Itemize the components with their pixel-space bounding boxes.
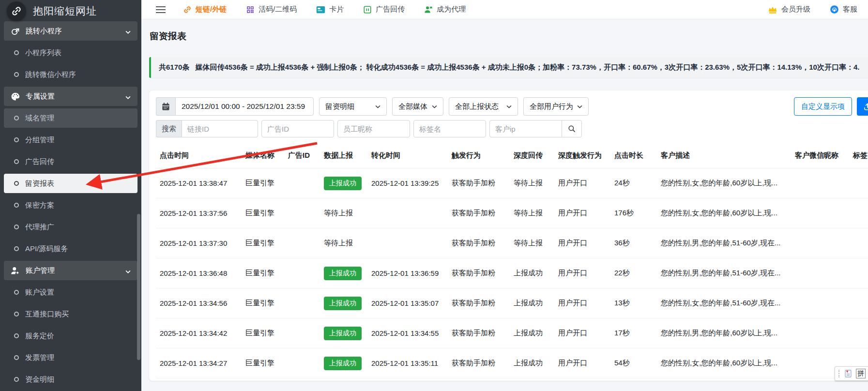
sidebar-item-domain-management[interactable]: 域名管理 bbox=[4, 108, 137, 128]
upload-icon bbox=[863, 102, 868, 111]
sidebar-item-agent-promotion[interactable]: 代理推广 bbox=[4, 217, 137, 237]
sidebar-item-label: 广告回传 bbox=[25, 157, 54, 166]
cell-data-report: 上报成功 bbox=[319, 168, 366, 198]
sidebar-item-miniprogram-list[interactable]: 小程序列表 bbox=[4, 43, 137, 62]
cell-click-time: 2025-12-01 13:37:56 bbox=[156, 198, 241, 228]
cell-wechat-nickname bbox=[790, 258, 848, 288]
navbar-right: 会员升级 客服 bbox=[768, 5, 859, 14]
chevron-down-icon bbox=[506, 105, 512, 108]
cell-customer-desc: 您的性别,女,您的年龄,60岁以上,现... bbox=[656, 168, 790, 198]
media-select[interactable]: 全部媒体 bbox=[392, 97, 443, 116]
brand-title: 抱阳缩短网址 bbox=[33, 4, 97, 18]
cell-convert-time: 2025-12-01 13:35:07 bbox=[366, 288, 447, 318]
cell-media: 巨量引擎 bbox=[241, 228, 283, 258]
report-status-select[interactable]: 全部上报状态 bbox=[449, 97, 518, 116]
cell-ad-id bbox=[283, 288, 319, 318]
nav-item-become-agent[interactable]: 成为代理 bbox=[424, 5, 466, 14]
nav-item-live-code-qrcode[interactable]: 活码/二维码 bbox=[246, 5, 297, 14]
sidebar-scrollbar-thumb[interactable] bbox=[137, 214, 140, 360]
circle-bullet-icon bbox=[14, 72, 19, 77]
circle-bullet-icon bbox=[14, 290, 19, 295]
stats-prefix: 共 bbox=[159, 63, 166, 71]
cell-media: 巨量引擎 bbox=[241, 348, 283, 378]
nav-item-label: 活码/二维码 bbox=[259, 5, 297, 14]
ime-pinyin-toggle[interactable]: 拼 bbox=[856, 369, 866, 378]
sidebar-item-jump-wechat-miniprogram[interactable]: 跳转微信小程序 bbox=[4, 65, 137, 84]
nav-item-short-link[interactable]: 短链/外链 bbox=[183, 5, 227, 14]
user-behavior-select[interactable]: 全部用户行为 bbox=[523, 97, 589, 116]
cell-click-time: 2025-12-01 13:34:42 bbox=[156, 318, 241, 348]
app-window: 抱阳缩短网址 跳转小程序 小程序列表 跳转微信小程序 专属设置 域名管理 分组管… bbox=[0, 0, 868, 391]
card-icon bbox=[316, 6, 325, 14]
cell-trigger: 获客助手加粉 bbox=[447, 348, 509, 378]
palette-icon bbox=[10, 91, 20, 102]
cell-duration: 17秒 bbox=[609, 318, 656, 348]
sidebar-item-jump-miniprogram[interactable]: 跳转小程序 bbox=[4, 21, 137, 41]
circle-bullet-icon bbox=[14, 312, 19, 316]
report-type-select[interactable]: 留资明细 bbox=[319, 97, 387, 116]
sidebar-item-label: 发票管理 bbox=[25, 353, 54, 362]
user-gear-icon bbox=[10, 266, 20, 276]
cell-media: 巨量引擎 bbox=[241, 288, 283, 318]
ad-id-input[interactable] bbox=[261, 120, 334, 137]
status-badge: 上报成功 bbox=[324, 177, 362, 190]
ime-notepad-icon bbox=[844, 369, 853, 378]
col-header-wechat-nickname: 客户微信昵称 bbox=[790, 149, 848, 168]
sidebar-item-api-source-service[interactable]: API/源码服务 bbox=[4, 239, 137, 258]
col-header-duration: 点击时长 bbox=[609, 149, 656, 168]
staff-nickname-input[interactable] bbox=[337, 120, 410, 137]
brand-link-icon bbox=[7, 1, 26, 21]
nav-item-label: 卡片 bbox=[329, 5, 344, 14]
nav-item-customer-service[interactable]: 客服 bbox=[830, 5, 857, 14]
search-icon bbox=[567, 124, 576, 133]
sidebar-item-label: 保密方案 bbox=[25, 201, 54, 210]
nav-item-label: 客服 bbox=[843, 5, 857, 14]
sidebar-item-interconnect-api-purchase[interactable]: 互通接口购买 bbox=[4, 304, 137, 324]
sidebar-item-exclusive-settings[interactable]: 专属设置 bbox=[4, 87, 137, 106]
sidebar-item-group-management[interactable]: 分组管理 bbox=[4, 130, 137, 150]
nav-item-ad-callback[interactable]: 广告回传 bbox=[363, 5, 405, 14]
sidebar-item-label: 服务定价 bbox=[25, 331, 54, 341]
cell-tag bbox=[848, 288, 868, 318]
search-button[interactable] bbox=[562, 120, 582, 137]
cell-customer-desc: 您的性别,女,您的年龄,60岁以上,现... bbox=[656, 348, 790, 378]
cell-customer-desc: 您的性别,女,您的年龄,51-60岁,现在... bbox=[656, 288, 790, 318]
export-button[interactable] bbox=[857, 97, 868, 116]
status-badge: 上报成功 bbox=[324, 297, 362, 310]
sidebar-item-fund-details[interactable]: 资金明细 bbox=[4, 370, 137, 389]
cell-customer-desc: 您的性别,男,您的年龄,51-60岁,现在... bbox=[656, 258, 790, 288]
nav-item-card[interactable]: 卡片 bbox=[316, 5, 344, 14]
cell-data-report: 上报成功 bbox=[319, 348, 366, 378]
select-value: 全部上报状态 bbox=[455, 102, 499, 111]
cell-duration: 36秒 bbox=[609, 228, 656, 258]
sidebar-item-ad-callback[interactable]: 广告回传 bbox=[4, 152, 137, 171]
brand[interactable]: 抱阳缩短网址 bbox=[0, 0, 141, 21]
cell-click-time: 2025-12-01 13:37:30 bbox=[156, 228, 241, 258]
sidebar-item-label: 分组管理 bbox=[25, 135, 54, 145]
sidebar-item-account-management[interactable]: 账户管理 bbox=[4, 261, 137, 280]
sidebar-item-account-settings[interactable]: 账户设置 bbox=[4, 283, 137, 302]
ime-toolbar[interactable]: 拼 英 bbox=[835, 366, 868, 381]
circle-bullet-icon bbox=[14, 137, 19, 142]
sidebar-item-invoice-management[interactable]: 发票管理 bbox=[4, 348, 137, 367]
date-range-input[interactable] bbox=[175, 97, 314, 116]
cell-duration: 13秒 bbox=[609, 288, 656, 318]
select-value: 全部媒体 bbox=[398, 102, 427, 111]
nav-item-member-upgrade[interactable]: 会员升级 bbox=[768, 5, 810, 14]
cell-trigger: 获客助手加粉 bbox=[447, 168, 509, 198]
sidebar-item-lead-report[interactable]: 留资报表 bbox=[4, 174, 137, 193]
circle-bullet-icon bbox=[14, 159, 19, 164]
link-id-input[interactable] bbox=[182, 120, 258, 137]
customize-columns-button[interactable]: 自定义显示项 bbox=[794, 97, 852, 116]
cell-ad-id bbox=[283, 228, 319, 258]
hamburger-menu-icon[interactable] bbox=[156, 6, 166, 13]
col-header-deep-trigger: 深度触发行为 bbox=[553, 149, 609, 168]
tag-name-input[interactable] bbox=[413, 120, 486, 137]
circle-bullet-icon bbox=[14, 116, 19, 120]
sidebar-item-privacy-plan[interactable]: 保密方案 bbox=[4, 196, 137, 215]
sidebar-item-service-pricing[interactable]: 服务定价 bbox=[4, 326, 137, 346]
customer-ip-input[interactable] bbox=[489, 120, 562, 137]
calendar-icon[interactable] bbox=[156, 97, 175, 116]
cell-convert-time: 2025-12-01 13:34:55 bbox=[366, 318, 447, 348]
ime-drag-handle-icon[interactable] bbox=[838, 370, 840, 377]
